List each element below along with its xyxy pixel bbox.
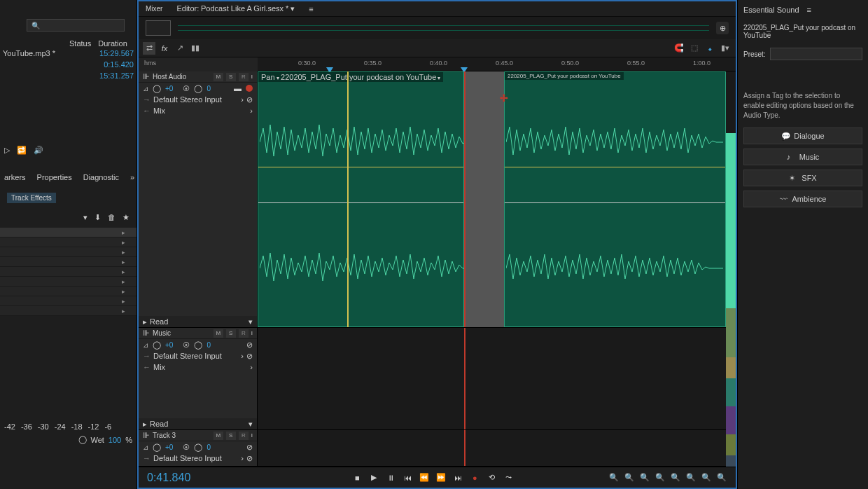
zoom-full-button[interactable]: 🔍 — [670, 472, 681, 483]
track-name[interactable]: Track 3 — [153, 432, 211, 439]
playhead[interactable] — [347, 71, 349, 327]
loop-icon[interactable]: 🔁 — [17, 146, 27, 155]
track-name[interactable]: Music — [153, 329, 211, 337]
volume-knob-icon[interactable]: ◯ — [153, 443, 161, 452]
color-segment[interactable] — [726, 133, 736, 308]
color-segment[interactable] — [726, 357, 736, 378]
star-icon[interactable]: ★ — [122, 213, 130, 222]
arm-record-button[interactable]: R — [239, 73, 248, 81]
audio-clip[interactable]: Pan ▾ 220205_PLAG_Put your podcast on Yo… — [258, 71, 464, 327]
chevron-right-icon[interactable]: › — [250, 363, 253, 371]
color-segment[interactable] — [726, 406, 736, 434]
automation-mode-select[interactable]: Read — [150, 317, 248, 326]
effect-slot[interactable]: ▸ — [0, 296, 136, 306]
eq-icon[interactable]: ▮▮ — [189, 42, 202, 55]
solo-button[interactable]: S — [226, 73, 236, 81]
tool-dropdown-icon[interactable]: ▮▾ — [719, 42, 732, 55]
overview-viewport[interactable] — [146, 20, 171, 36]
automation-mode-select[interactable]: Read — [150, 420, 248, 428]
chevron-down-icon[interactable]: ▾ — [248, 317, 253, 326]
effect-slot[interactable]: ▸ — [0, 247, 136, 257]
zoom-in-amp-button[interactable]: 🔍 — [701, 472, 712, 483]
volume-knob-icon[interactable]: ◯ — [153, 340, 161, 350]
audio-clip[interactable]: 220205_PLAG_Put your podcast on YouTube — [504, 71, 726, 327]
search-input[interactable]: 🔍 — [27, 19, 125, 32]
mixer-tab[interactable]: Mixer — [146, 5, 162, 13]
status-header[interactable]: Status — [69, 39, 91, 48]
diagnostic-tab[interactable]: Diagnostic — [83, 173, 119, 181]
volume-value[interactable]: +0 — [165, 85, 173, 92]
rewind-button[interactable]: ⏪ — [419, 472, 430, 483]
effect-slot[interactable]: ▸ — [0, 237, 136, 247]
zoom-selection-button[interactable]: 🔍 — [685, 472, 696, 483]
record-button[interactable]: ● — [469, 472, 480, 483]
skip-selection-button[interactable]: ⤳ — [503, 472, 514, 483]
overview-strip[interactable]: ⊕ — [139, 17, 736, 39]
chevron-down-icon[interactable]: ▾ — [248, 420, 253, 429]
play-preview-icon[interactable]: ▷ — [4, 146, 10, 155]
mute-button[interactable]: M — [214, 329, 223, 338]
snapping-icon[interactable]: 🧲 — [673, 42, 685, 55]
color-segment[interactable] — [726, 308, 736, 357]
group-icon[interactable]: ⬚ — [688, 42, 701, 55]
track-lane[interactable] — [258, 328, 736, 429]
sfx-button[interactable]: ✶ SFX — [743, 170, 862, 186]
solo-button[interactable]: S — [226, 329, 236, 338]
file-row[interactable]: 15:31.257 — [0, 70, 136, 81]
monitor-icon[interactable]: I — [251, 432, 253, 439]
sends-icon[interactable]: ↗ — [174, 42, 186, 55]
zoom-out-button[interactable]: 🔍 — [624, 472, 635, 483]
track-lane[interactable]: Pan ▾ 220205_PLAG_Put your podcast on Yo… — [258, 71, 736, 327]
effect-slot[interactable]: ▸ — [0, 306, 136, 316]
chevron-right-icon[interactable]: ▸ — [143, 317, 147, 326]
chevron-right-icon[interactable]: › — [241, 352, 244, 360]
input-select[interactable]: Default Stereo Input — [153, 454, 222, 462]
chevron-down-icon[interactable]: ▾ — [290, 4, 295, 13]
ambience-button[interactable]: 〰 Ambience — [743, 191, 862, 207]
preset-select[interactable] — [770, 48, 862, 60]
panel-menu-icon[interactable]: ≡ — [807, 6, 811, 14]
forward-button[interactable]: ⏩ — [435, 472, 447, 483]
chevron-right-icon[interactable]: › — [241, 454, 244, 462]
fx-icon[interactable]: fx — [158, 42, 171, 55]
phase-icon[interactable]: ⊘ — [246, 340, 253, 350]
input-select[interactable]: Default Stereo Input — [153, 352, 222, 360]
ripple-icon[interactable]: ⬥ — [704, 42, 716, 55]
gap-region[interactable] — [464, 71, 504, 327]
arm-record-button[interactable]: R — [239, 329, 248, 338]
volume-value[interactable]: +0 — [165, 341, 173, 349]
phase-icon[interactable]: ⊘ — [246, 95, 253, 104]
effect-slot[interactable]: ▸ — [0, 228, 136, 237]
volume-knob-icon[interactable]: ◯ — [153, 84, 161, 93]
download-icon[interactable]: ⬇ — [94, 213, 101, 222]
phase-icon[interactable]: ⊘ — [246, 352, 253, 361]
wet-value[interactable]: 100 — [108, 436, 121, 444]
selection-edge[interactable] — [464, 430, 465, 466]
duration-header[interactable]: Duration — [98, 39, 127, 48]
color-segment[interactable] — [726, 378, 736, 406]
pan-knob-icon[interactable]: ◯ — [194, 84, 202, 93]
loop-button[interactable]: ⟲ — [486, 472, 497, 483]
go-to-end-button[interactable]: ⏭ — [452, 472, 463, 483]
solo-button[interactable]: S — [226, 432, 236, 440]
pan-value[interactable]: 0 — [206, 341, 211, 349]
pan-value[interactable]: 0 — [206, 85, 211, 92]
stop-button[interactable]: ■ — [351, 472, 363, 483]
wet-control[interactable]: ◯ Wet 100 % — [0, 434, 136, 446]
pan-value[interactable]: 0 — [206, 443, 211, 451]
zoom-fit-icon[interactable]: ⊕ — [716, 22, 729, 34]
selection-edge[interactable] — [464, 71, 465, 327]
effect-slot[interactable]: ▸ — [0, 267, 136, 277]
selection-edge[interactable] — [464, 328, 465, 429]
chevron-right-icon[interactable]: › — [250, 106, 253, 115]
effect-slot[interactable]: ▸ — [0, 287, 136, 296]
music-button[interactable]: ♪ Music — [743, 149, 862, 165]
output-select[interactable]: Mix — [153, 363, 165, 371]
mute-button[interactable]: M — [214, 432, 223, 440]
play-button[interactable]: ▶ — [368, 472, 379, 483]
arm-record-button[interactable]: R — [239, 432, 248, 440]
track-lane[interactable] — [258, 430, 736, 466]
markers-tab[interactable]: arkers — [4, 173, 26, 181]
volume-value[interactable]: +0 — [165, 443, 173, 451]
track-effects-tab[interactable]: Track Effects — [7, 193, 56, 203]
